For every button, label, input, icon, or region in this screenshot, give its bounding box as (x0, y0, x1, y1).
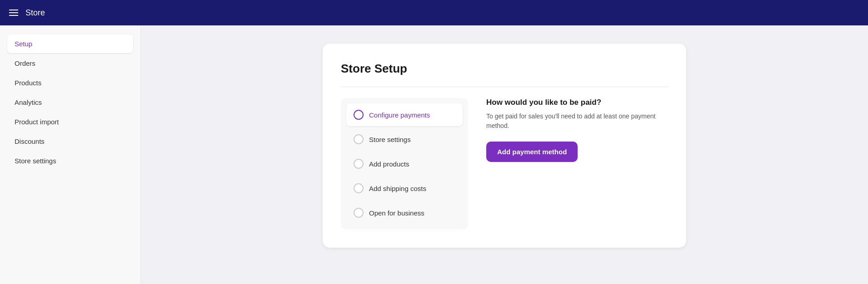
app-title: Store (25, 8, 45, 18)
sidebar-item-products[interactable]: Products (7, 73, 133, 92)
step-store-settings[interactable]: Store settings (346, 128, 463, 151)
step-circle-store-settings (354, 134, 364, 144)
sidebar-item-setup[interactable]: Setup (7, 34, 133, 53)
sidebar-item-store-settings[interactable]: Store settings (7, 152, 133, 170)
main-layout: Setup Orders Products Analytics Product … (0, 25, 868, 284)
step-add-shipping-costs[interactable]: Add shipping costs (346, 177, 463, 200)
main-content: Store Setup Configure payments Store set… (141, 25, 868, 284)
step-label-open-for-business: Open for business (369, 209, 424, 217)
steps-list: Configure payments Store settings Add pr… (341, 98, 468, 230)
step-detail: How would you like to be paid? To get pa… (486, 98, 668, 230)
top-navigation: Store (0, 0, 868, 25)
add-payment-method-button[interactable]: Add payment method (486, 142, 578, 162)
step-label-add-shipping-costs: Add shipping costs (369, 185, 426, 192)
setup-card-divider (341, 87, 668, 87)
setup-body: Configure payments Store settings Add pr… (341, 98, 668, 230)
sidebar-item-product-import[interactable]: Product import (7, 113, 133, 131)
step-circle-open-for-business (354, 208, 364, 218)
hamburger-menu[interactable] (9, 10, 18, 16)
step-circle-add-shipping-costs (354, 183, 364, 193)
step-label-store-settings: Store settings (369, 136, 411, 143)
step-detail-title: How would you like to be paid? (486, 98, 668, 107)
step-add-products[interactable]: Add products (346, 152, 463, 175)
sidebar: Setup Orders Products Analytics Product … (0, 25, 141, 284)
sidebar-item-analytics[interactable]: Analytics (7, 93, 133, 112)
setup-card-title: Store Setup (341, 62, 668, 76)
step-circle-add-products (354, 159, 364, 169)
setup-card: Store Setup Configure payments Store set… (323, 44, 686, 248)
sidebar-item-orders[interactable]: Orders (7, 54, 133, 73)
step-configure-payments[interactable]: Configure payments (346, 103, 463, 126)
sidebar-item-discounts[interactable]: Discounts (7, 132, 133, 151)
step-open-for-business[interactable]: Open for business (346, 201, 463, 224)
step-label-add-products: Add products (369, 160, 409, 168)
step-circle-configure-payments (354, 110, 364, 120)
step-label-configure-payments: Configure payments (369, 111, 430, 119)
step-detail-description: To get paid for sales you'll need to add… (486, 112, 668, 131)
